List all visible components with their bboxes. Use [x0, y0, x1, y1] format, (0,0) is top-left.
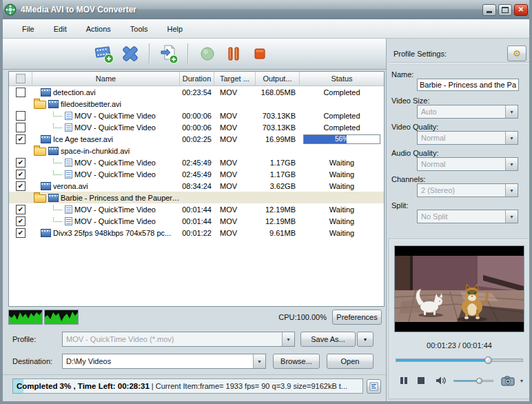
row-checkbox[interactable]: ✔ [16, 228, 25, 238]
convert-start-button[interactable] [196, 42, 219, 65]
header-duration[interactable]: Duration [180, 72, 214, 85]
row-checkbox[interactable]: ✔ [16, 205, 25, 214]
cpu-usage-graph [8, 310, 43, 325]
split-combobox[interactable]: No Split ▾ [417, 210, 518, 223]
row-checkbox[interactable]: ✔ [16, 158, 25, 168]
checkbox-cell [9, 88, 32, 97]
menu-file[interactable]: File [12, 22, 44, 36]
table-row[interactable]: ✔MOV - QuickTime Video00:01:44MOV12.19MB… [9, 215, 384, 227]
speaker-icon[interactable] [433, 373, 451, 388]
status-cell: Completed [300, 112, 384, 120]
channels-combobox[interactable]: 2 (Stereo) ▾ [417, 183, 518, 197]
chevron-down-icon[interactable]: ▾ [505, 158, 518, 170]
menu-actions[interactable]: Actions [76, 22, 121, 36]
open-button[interactable]: Open [327, 354, 374, 369]
seek-slider[interactable] [396, 356, 523, 364]
menu-help[interactable]: Help [157, 22, 192, 36]
maximize-button[interactable] [498, 4, 512, 16]
stop-button[interactable] [248, 42, 272, 65]
profile-name-input[interactable] [417, 79, 519, 91]
video-quality-combobox[interactable]: Normal ▾ [417, 131, 518, 145]
table-row[interactable]: space-in-chunkid.avi [9, 145, 384, 156]
seek-thumb[interactable] [484, 356, 492, 364]
menu-tools[interactable]: Tools [121, 22, 158, 36]
header-target[interactable]: Target ... [214, 72, 256, 85]
header-status[interactable]: Status [300, 72, 384, 85]
row-checkbox[interactable] [16, 123, 25, 132]
video-preview [394, 245, 524, 332]
table-row[interactable]: MOV - QuickTime Video00:00:06MOV703.13KB… [9, 121, 384, 133]
close-button[interactable]: ✕ [514, 4, 528, 16]
conversion-status-box: Completed 3% , Time Left: 00:28:31 | Cur… [12, 378, 363, 394]
chevron-down-icon[interactable]: ▾ [505, 210, 518, 223]
output-cell: 9.61MB [256, 229, 300, 237]
profile-combobox[interactable]: MOV - QuickTime Video (*.mov) ▾ [62, 332, 295, 347]
profile-icon [65, 112, 72, 120]
select-all-header[interactable] [9, 72, 32, 85]
snapshot-camera-button[interactable] [499, 373, 516, 388]
select-all-checkbox[interactable] [16, 74, 25, 83]
snapshot-dropdown-icon[interactable]: ▾ [520, 378, 523, 384]
row-checkbox[interactable] [16, 88, 25, 97]
row-checkbox[interactable]: ✔ [16, 216, 25, 226]
table-row[interactable]: ✔verona.avi08:34:24MOV3.62GBWaiting [9, 180, 384, 192]
row-checkbox[interactable]: ✔ [16, 134, 25, 144]
tree-connector [53, 170, 62, 175]
menu-edit[interactable]: Edit [44, 22, 76, 36]
pause-button[interactable] [222, 42, 245, 65]
save-as-button[interactable]: Save As... [300, 332, 356, 347]
profile-label: Profile: [3, 335, 62, 343]
table-row[interactable]: ✔Ice Age teaser.avi00:02:25MOV16.99MB56% [9, 133, 384, 145]
show-log-button[interactable] [367, 379, 381, 394]
file-name: MOV - QuickTime Video [74, 159, 156, 167]
profile-icon [65, 170, 72, 179]
target-cell: MOV [214, 159, 256, 167]
table-row[interactable]: Barbie - Princess and the Pauper.avi [9, 192, 384, 203]
add-video-button[interactable] [92, 42, 116, 65]
file-name: MOV - QuickTime Video [74, 170, 156, 179]
row-checkbox[interactable]: ✔ [16, 170, 25, 179]
header-name[interactable]: Name [32, 72, 180, 85]
preview-pause-button[interactable] [396, 373, 413, 388]
audio-quality-combobox[interactable]: Normal ▾ [417, 157, 518, 171]
table-row[interactable]: ✔MOV - QuickTime Video02:45:49MOV1.17GBW… [9, 168, 384, 180]
volume-thumb[interactable] [476, 378, 482, 384]
table-row[interactable]: ✔Divx3 25fps 948kbps 704x578 pc...00:01:… [9, 227, 384, 239]
video-size-combobox[interactable]: Auto ▾ [417, 105, 518, 119]
chevron-down-icon[interactable]: ▾ [505, 132, 518, 144]
table-row[interactable]: ✔MOV - QuickTime Video00:01:44MOV12.19MB… [9, 203, 384, 215]
video-size-value: Auto [418, 105, 505, 118]
progress-bar: 56% [303, 134, 380, 144]
chevron-down-icon[interactable]: ▾ [282, 332, 294, 346]
add-profile-button[interactable] [157, 42, 181, 65]
row-checkbox[interactable]: ✔ [16, 181, 25, 191]
table-row[interactable]: MOV - QuickTime Video00:00:06MOV703.13KB… [9, 110, 384, 121]
volume-slider[interactable] [453, 378, 494, 384]
table-row[interactable]: ✔MOV - QuickTime Video02:45:49MOV1.17GBW… [9, 156, 384, 168]
title-bar[interactable]: 4Media AVI to MOV Converter ✕ [0, 0, 532, 19]
chevron-down-icon[interactable]: ▾ [253, 354, 265, 368]
table-row[interactable]: detection.avi00:23:54MOV168.05MBComplete… [9, 86, 384, 98]
file-list-body: detection.avi00:23:54MOV168.05MBComplete… [9, 86, 384, 239]
name-cell: Ice Age teaser.avi [32, 135, 180, 143]
destination-combobox[interactable]: D:\My Videos ▾ [62, 354, 266, 369]
channels-label: Channels: [391, 175, 426, 183]
profile-icon [65, 123, 72, 132]
table-row[interactable]: filedoesitbetter.avi [9, 98, 384, 110]
tree-connector [53, 216, 62, 222]
chevron-down-icon[interactable]: ▾ [505, 105, 518, 118]
duration-cell: 00:01:44 [180, 205, 214, 214]
toolbar-separator [187, 43, 189, 64]
advanced-settings-button[interactable]: ⚙ [507, 46, 526, 61]
minimize-button[interactable] [482, 4, 496, 16]
preview-stop-button[interactable] [413, 373, 430, 388]
header-output[interactable]: Output... [256, 72, 300, 85]
chevron-down-icon[interactable]: ▾ [505, 184, 518, 196]
browse-button[interactable]: Browse... [273, 354, 320, 369]
preferences-button[interactable]: Preferences [332, 310, 382, 325]
status-text: Completed 3% , Time Left: 00:28:31 | Cur… [13, 382, 347, 390]
row-checkbox[interactable] [16, 111, 25, 121]
split-label: Split: [391, 201, 408, 210]
save-as-dropdown-button[interactable]: ▾ [357, 332, 374, 347]
remove-file-button[interactable] [119, 42, 142, 65]
